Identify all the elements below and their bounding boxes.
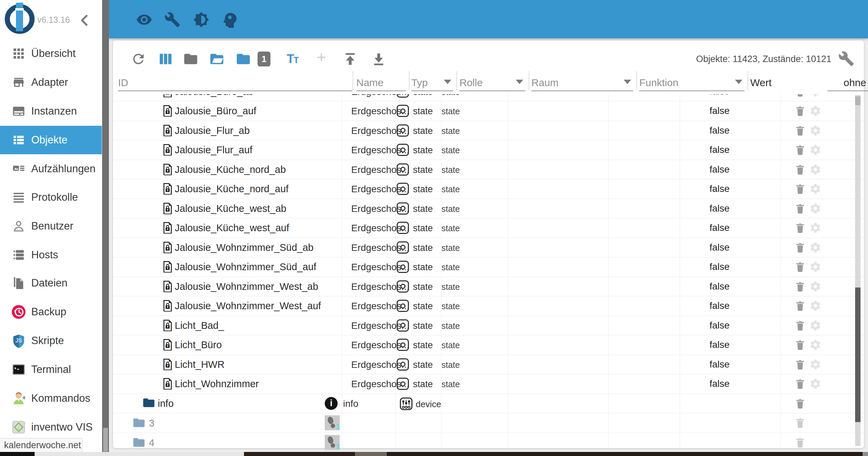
delete-icon[interactable] <box>794 378 806 391</box>
delete-icon[interactable] <box>794 300 806 313</box>
sidebar-scrollbar[interactable] <box>102 0 109 456</box>
refresh-icon[interactable] <box>131 51 146 67</box>
font-size-icon[interactable]: TT <box>287 52 302 67</box>
state-lock-icon <box>163 183 173 196</box>
table-row[interactable]: Jalousie_Büro_abErdgeschos...statestatef… <box>113 94 864 101</box>
edit-settings-icon[interactable] <box>809 94 822 99</box>
sidebar-item-adapter[interactable]: Adapter <box>0 68 102 97</box>
delete-icon[interactable] <box>794 320 806 333</box>
delete-icon[interactable] <box>794 339 806 352</box>
object-id: Jalousie_Küche_west_ab <box>175 203 286 214</box>
delete-icon[interactable] <box>794 359 806 372</box>
folder-open-icon[interactable] <box>209 51 225 67</box>
table-row[interactable]: Licht_BüroErdgeschos...statestatefalse <box>113 335 864 355</box>
table-row[interactable]: Jalousie_Küche_west_aufErdgeschos...stat… <box>113 218 864 238</box>
add-icon[interactable]: + <box>317 48 332 63</box>
filter-raum-select[interactable]: Raum <box>531 72 633 91</box>
edit-settings-icon[interactable] <box>809 105 822 118</box>
settings-wrench-icon[interactable] <box>838 51 854 66</box>
edit-settings-icon[interactable] <box>809 300 822 313</box>
table-row[interactable]: 31 <box>113 413 864 433</box>
edit-settings-icon[interactable] <box>809 124 822 138</box>
table-row[interactable]: Jalousie_Flur_abErdgeschos...statestatef… <box>113 121 864 141</box>
table-scrollbar[interactable] <box>855 95 861 446</box>
sidebar-item-instanzen[interactable]: Instanzen <box>0 97 102 125</box>
delete-icon[interactable] <box>794 125 806 138</box>
edit-settings-icon[interactable] <box>809 241 822 255</box>
wrench-icon[interactable] <box>164 12 181 28</box>
table-row[interactable]: Jalousie_Wohnzimmer_Süd_aufErdgeschos...… <box>113 257 864 277</box>
ack-filter-button[interactable]: ohne <box>827 72 868 91</box>
view-columns-icon[interactable] <box>158 51 173 67</box>
edit-settings-icon[interactable] <box>809 222 822 235</box>
table-row[interactable]: Jalousie_Büro_aufErdgeschos...statestate… <box>113 101 864 121</box>
filter-rolle-select[interactable]: Rolle <box>459 72 525 91</box>
delete-icon[interactable] <box>794 105 806 118</box>
folder-closed-icon[interactable] <box>183 51 199 67</box>
edit-settings-icon[interactable] <box>809 378 822 391</box>
folder-blue-icon[interactable] <box>235 51 251 67</box>
object-id: Licht_Bad_ <box>175 320 224 331</box>
delete-icon[interactable] <box>794 398 806 411</box>
table-row[interactable]: 41 <box>113 433 864 453</box>
table-row[interactable]: Jalousie_Wohnzimmer_West_aufErdgeschos..… <box>113 296 864 316</box>
table-row[interactable]: Jalousie_Flur_aufErdgeschos...statestate… <box>113 140 864 160</box>
table-scrollbar-thumb[interactable] <box>855 288 861 422</box>
sidebar-item-kommandos[interactable]: Kommandos <box>0 384 102 413</box>
delete-icon[interactable] <box>794 417 806 430</box>
sidebar-item-terminal[interactable]: Terminal <box>0 355 102 384</box>
expert-mode-icon[interactable] <box>221 12 237 28</box>
filter-funktion-select[interactable]: Funktion <box>639 72 744 91</box>
footprint-thumbnail-icon: 1 <box>325 435 340 451</box>
edit-settings-icon[interactable] <box>809 144 822 157</box>
filter-typ-select[interactable]: Typ <box>411 72 453 91</box>
edit-settings-icon[interactable] <box>809 183 822 196</box>
edit-settings-icon[interactable] <box>809 280 822 294</box>
edit-settings-icon[interactable] <box>809 261 822 274</box>
brightness-icon[interactable] <box>193 12 209 28</box>
edit-settings-icon[interactable] <box>809 339 822 352</box>
delete-icon[interactable] <box>794 281 806 294</box>
delete-icon[interactable] <box>794 437 806 450</box>
filter-id-input[interactable]: ID <box>118 72 352 91</box>
edit-settings-icon[interactable] <box>809 358 822 372</box>
sidebar-item-backup[interactable]: Backup <box>0 298 102 326</box>
table-row[interactable]: Jalousie_Küche_nord_abErdgeschos...state… <box>113 160 864 180</box>
sidebar-item-benutzer[interactable]: Benutzer <box>0 212 102 240</box>
sidebar-item-hosts[interactable]: Hosts <box>0 241 102 269</box>
delete-icon[interactable] <box>794 183 806 196</box>
table-row[interactable]: Jalousie_Wohnzimmer_Süd_abErdgeschos...s… <box>113 238 864 258</box>
sidebar-item-aufz-hlungen[interactable]: Aufzählungen <box>0 155 102 183</box>
filter-name-input[interactable]: Name <box>356 72 406 91</box>
delete-icon[interactable] <box>794 242 806 255</box>
depth-1-badge[interactable]: 1 <box>258 52 270 66</box>
table-row[interactable]: infoiinfodevice <box>113 394 864 414</box>
download-icon[interactable] <box>371 51 386 67</box>
collapse-sidebar-icon[interactable] <box>78 14 92 27</box>
edit-settings-icon[interactable] <box>809 319 822 333</box>
sidebar-item--bersicht[interactable]: Übersicht <box>0 39 102 68</box>
sidebar-item-inventwo-vis[interactable]: iinventwo VIS <box>0 413 102 441</box>
eye-icon[interactable] <box>136 12 152 28</box>
sidebar-item-protokolle[interactable]: Protokolle <box>0 183 102 212</box>
table-row[interactable]: Jalousie_Küche_nord_aufErdgeschos...stat… <box>113 179 864 199</box>
table-row[interactable]: Licht_WohnzimmerErdgeschos...statestatef… <box>113 374 864 394</box>
sidebar-item-skripte[interactable]: JSSkripte <box>0 326 102 355</box>
table-row[interactable]: Jalousie_Wohnzimmer_West_abErdgeschos...… <box>113 277 864 297</box>
delete-icon[interactable] <box>794 222 806 235</box>
edit-settings-icon[interactable] <box>809 202 822 216</box>
delete-icon[interactable] <box>794 94 806 99</box>
table-row[interactable]: Licht_HWRErdgeschos...statestatefalse <box>113 355 864 375</box>
sidebar-scrollbar-thumb[interactable] <box>103 428 108 452</box>
delete-icon[interactable] <box>794 144 806 157</box>
table-row[interactable]: Licht_Bad_Erdgeschos...statestatefalse <box>113 316 864 336</box>
delete-icon[interactable] <box>794 203 806 216</box>
sidebar-item-dateien[interactable]: Dateien <box>0 269 102 297</box>
sidebar-item-objekte[interactable]: Objekte <box>0 126 102 154</box>
upload-icon[interactable] <box>342 51 358 67</box>
info-adapter-icon: i <box>325 397 338 410</box>
table-row[interactable]: Jalousie_Küche_west_abErdgeschos...state… <box>113 199 864 219</box>
edit-settings-icon[interactable] <box>809 163 822 177</box>
delete-icon[interactable] <box>794 164 806 177</box>
delete-icon[interactable] <box>794 261 806 274</box>
